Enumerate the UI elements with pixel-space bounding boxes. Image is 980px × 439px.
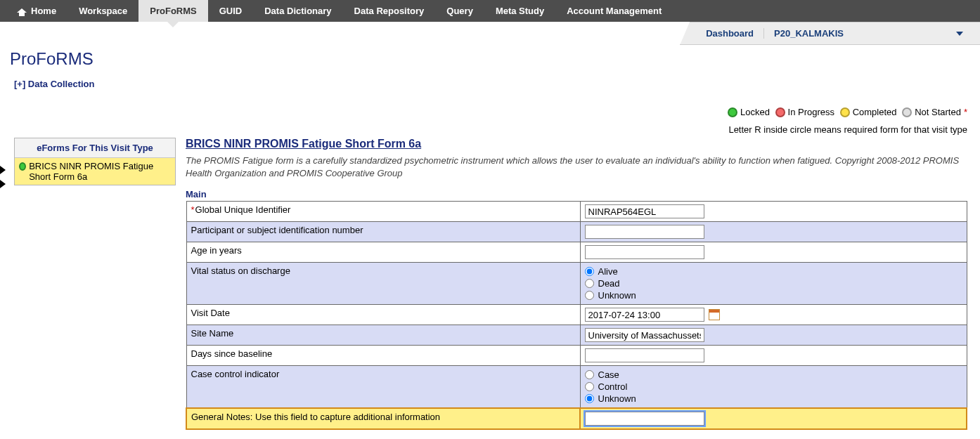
nav-guid[interactable]: GUID: [208, 0, 254, 22]
days-label: Days since baseline: [186, 346, 580, 366]
cci-case-radio[interactable]: [585, 370, 594, 379]
row-guid: *Global Unique Identifier: [186, 202, 967, 222]
form-title-link[interactable]: BRICS NINR PROMIS Fatigue Short Form 6a: [186, 138, 421, 150]
vital-label: Vital status on discharge: [186, 263, 580, 305]
required-asterisk: *: [191, 204, 195, 215]
row-vital-status: Vital status on discharge Alive Dead Unk…: [186, 263, 967, 305]
chevron-down-icon: [956, 32, 963, 36]
row-participant-id: Participant or subject identification nu…: [186, 222, 967, 242]
arrow-right-icon[interactable]: [0, 166, 6, 174]
guid-input[interactable]: [585, 204, 704, 218]
form-table: *Global Unique Identifier Participant or…: [186, 201, 967, 430]
nav-data-repository[interactable]: Data Repository: [343, 0, 436, 22]
in-progress-status-icon: [775, 107, 785, 117]
general-notes-input[interactable]: [585, 412, 704, 426]
top-nav: Home Workspace ProFoRMS GUID Data Dictio…: [0, 0, 980, 22]
row-days-baseline: Days since baseline: [186, 346, 967, 366]
cci-control-radio[interactable]: [585, 382, 594, 391]
nav-data-dictionary[interactable]: Data Dictionary: [253, 0, 342, 22]
not-started-status-icon: [902, 107, 912, 117]
eforms-sidebar: eForms For This Visit Type BRICS NINR PR…: [14, 138, 176, 185]
days-baseline-input[interactable]: [585, 348, 704, 362]
visit-date-label: Visit Date: [186, 305, 580, 325]
form-description: The PROMIS Fatigue form is a carefully s…: [186, 155, 967, 179]
nav-workspace[interactable]: Workspace: [67, 0, 138, 22]
participant-id-input[interactable]: [585, 225, 704, 239]
home-icon: [17, 6, 27, 16]
cci-label: Case control indicator: [186, 366, 580, 409]
age-label: Age in years: [186, 242, 580, 263]
row-age: Age in years: [186, 242, 967, 263]
pid-label: Participant or subject identification nu…: [186, 222, 580, 242]
site-name-input[interactable]: [585, 328, 704, 342]
row-visit-date: Visit Date: [186, 305, 967, 325]
row-case-control: Case control indicator Case Control Unkn…: [186, 366, 967, 409]
calendar-icon[interactable]: [709, 309, 720, 320]
nav-home-label: Home: [31, 6, 56, 16]
vital-unknown-radio[interactable]: [585, 291, 594, 300]
page-title: ProFoRMS: [10, 49, 969, 69]
nav-meta-study[interactable]: Meta Study: [484, 0, 555, 22]
arrow-right-icon[interactable]: [0, 180, 6, 188]
vital-dead-radio[interactable]: [585, 279, 594, 288]
sub-bar: Dashboard P20_KALMAKIS: [0, 22, 980, 45]
age-input[interactable]: [585, 245, 704, 259]
legend-note: Letter R inside circle means required fo…: [0, 124, 967, 135]
row-site-name: Site Name: [186, 325, 967, 346]
row-general-notes: General Notes: Use this field to capture…: [186, 408, 967, 429]
sidebar-item-fatigue-form[interactable]: BRICS NINR PROMIS Fatigue Short Form 6a: [15, 158, 175, 185]
status-legend: Locked In Progress Completed Not Started…: [0, 89, 980, 138]
nav-query[interactable]: Query: [435, 0, 484, 22]
locked-status-icon: [19, 162, 26, 171]
sidebar-item-label: BRICS NINR PROMIS Fatigue Short Form 6a: [29, 161, 171, 182]
required-asterisk: *: [964, 107, 967, 117]
nav-home[interactable]: Home: [6, 0, 67, 22]
notes-label: General Notes: Use this field to capture…: [186, 408, 580, 429]
form-content: BRICS NINR PROMIS Fatigue Short Form 6a …: [186, 138, 967, 430]
data-collection-expander[interactable]: [+] Data Collection: [14, 79, 95, 89]
dashboard-link[interactable]: Dashboard: [696, 28, 764, 39]
sidebar-header: eForms For This Visit Type: [15, 138, 175, 158]
nav-account[interactable]: Account Management: [555, 0, 673, 22]
visit-date-input[interactable]: [585, 308, 704, 322]
locked-status-icon: [728, 107, 737, 117]
sidebar-collapse-arrows: [0, 138, 14, 194]
vital-alive-radio[interactable]: [585, 267, 594, 276]
site-label: Site Name: [186, 325, 580, 346]
section-main: Main: [186, 189, 967, 199]
study-dropdown[interactable]: P20_KALMAKIS: [764, 28, 973, 39]
guid-label: Global Unique Identifier: [195, 204, 291, 215]
study-name: P20_KALMAKIS: [774, 28, 844, 39]
nav-proforms[interactable]: ProFoRMS: [138, 0, 207, 22]
cci-unknown-radio[interactable]: [585, 394, 594, 403]
completed-status-icon: [840, 107, 850, 117]
